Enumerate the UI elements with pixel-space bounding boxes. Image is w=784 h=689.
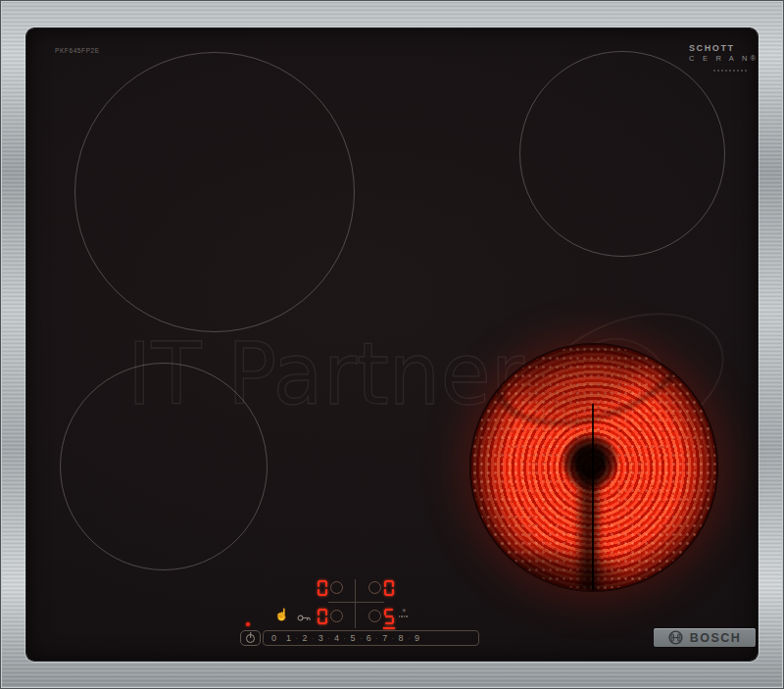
bosch-badge: BOSCH [654, 628, 756, 647]
slider-separator: · [392, 635, 394, 642]
fine-print-line [713, 70, 747, 72]
zone-select-front-left[interactable] [330, 610, 343, 622]
model-code-print: PKF645FP2E [55, 47, 100, 54]
display-rear-left-power[interactable] [318, 580, 327, 596]
schott-line: SCHOTT [689, 43, 759, 54]
power-level-slider[interactable]: 01·2·3·4·5·6·7·8·9 [263, 630, 479, 646]
cooking-zone-rear-left [74, 52, 355, 332]
slider-level-7[interactable]: 7 [382, 633, 387, 643]
slider-level-5[interactable]: 5 [350, 633, 355, 643]
display-front-left-power[interactable] [318, 609, 327, 624]
zone-select-front-right[interactable] [368, 610, 381, 622]
slider-level-8[interactable]: 8 [399, 633, 404, 643]
slider-separator: · [360, 635, 362, 642]
product-photo-bosch-hob: { "branding": { "model_code": "PKF645FP2… [0, 0, 784, 689]
function-marker[interactable]: ✳ [398, 609, 410, 617]
slider-level-2[interactable]: 2 [302, 633, 307, 643]
power-standby-icon [246, 634, 255, 643]
slider-separator: · [312, 635, 314, 642]
slider-level-3[interactable]: 3 [318, 633, 323, 643]
red-dot-indicator [246, 622, 250, 626]
function-marker-label [399, 615, 409, 617]
bosch-armature-icon [668, 630, 683, 645]
slider-level-1[interactable]: 1 [286, 633, 291, 643]
slider-separator: · [375, 635, 377, 642]
slider-level-0[interactable]: 0 [271, 633, 276, 643]
slider-separator: · [344, 635, 346, 642]
slider-level-6[interactable]: 6 [367, 633, 371, 643]
cooking-zone-front-left [60, 363, 268, 570]
zone-select-rear-left[interactable] [330, 581, 343, 594]
touch-hand-icon: ☝ [274, 608, 289, 621]
touch-control-panel: ☝ ✳ 01·2·3·4·5·6·7·8·9 [235, 573, 490, 652]
cooking-zone-front-right-active [469, 343, 718, 592]
schott-ceran-print: SCHOTT C E R A N® [689, 43, 759, 64]
key-lock-icon[interactable] [297, 614, 312, 622]
slider-level-4[interactable]: 4 [334, 633, 339, 643]
bosch-logo-text: BOSCH [690, 631, 742, 645]
function-marker-icon: ✳ [398, 609, 410, 614]
zone-select-rear-right[interactable] [368, 581, 381, 594]
display-front-right-power[interactable] [384, 609, 394, 624]
cooking-zone-rear-right [519, 51, 725, 257]
zone-map-divider-vertical [355, 579, 356, 628]
display-rear-right-power[interactable] [384, 580, 394, 596]
slider-level-9[interactable]: 9 [415, 633, 419, 643]
slider-separator: · [327, 635, 329, 642]
selected-zone-underline [383, 627, 395, 629]
slider-separator: · [296, 635, 298, 642]
power-button[interactable] [240, 630, 261, 646]
ceran-line: C E R A N® [689, 54, 759, 63]
slider-separator: · [408, 635, 410, 642]
zone-map-divider-horizontal [328, 602, 384, 603]
